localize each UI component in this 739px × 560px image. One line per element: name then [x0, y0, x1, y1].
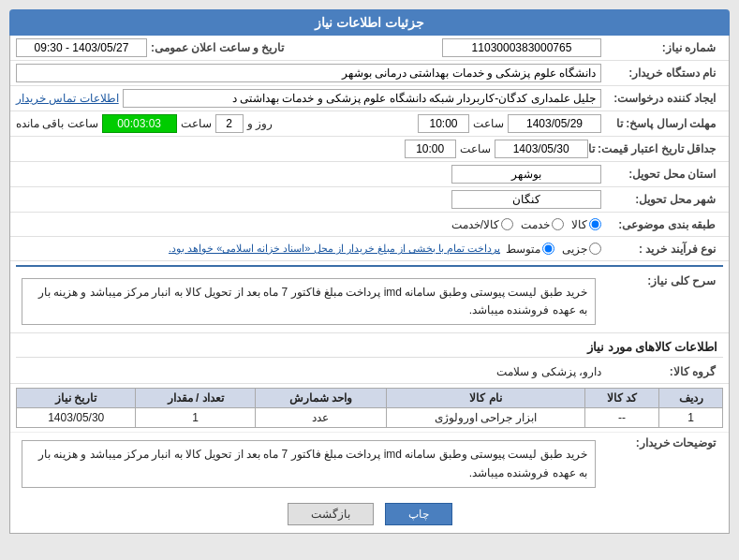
creator-input [123, 89, 601, 108]
back-button[interactable]: بازگشت [288, 503, 374, 525]
price-time-input[interactable] [405, 140, 456, 158]
need-number-input[interactable] [442, 38, 601, 57]
table-row: 1--ابزار جراحی اورولوژیعدد11403/05/30 [17, 408, 723, 428]
need-desc-label: سرح کلی نیاز: [601, 274, 723, 287]
date-label: تاریخ و ساعت اعلان عمومی: [151, 41, 291, 54]
price-date-input[interactable] [495, 140, 588, 158]
need-number-label: شماره نیاز: [601, 41, 723, 54]
city-label: شهر محل تحویل: [601, 193, 723, 206]
buyer-label: نام دستگاه خریدار: [601, 66, 723, 80]
category-label: طبقه بندی موضوعی: [601, 218, 723, 231]
need-desc-box: خرید طبق لیست پیوستی وطبق سامانه imd پرد… [22, 278, 596, 325]
col-row: ردیف [659, 389, 723, 408]
col-qty: تعداد / مقدار [136, 389, 255, 408]
purchase-jozi-option[interactable]: جزیی [562, 243, 601, 256]
print-button[interactable]: چاپ [385, 503, 452, 525]
contact-link[interactable]: اطلاعات تماس خریدار [16, 92, 119, 105]
province-input[interactable] [451, 165, 601, 184]
goods-category-label: گروه کالا: [601, 365, 723, 378]
col-name: نام کالا [386, 389, 584, 408]
purchase-note: پرداخت تمام با بخشی از مبلغ خریدار از مح… [169, 243, 500, 255]
category-khedmat-option[interactable]: خدمت [521, 218, 564, 231]
page-title: جزئیات اطلاعات نیاز [9, 9, 730, 36]
reply-label: مهلت ارسال پاسخ: تا [601, 117, 723, 130]
col-code: کد کالا [584, 389, 658, 408]
date-input[interactable] [16, 38, 147, 57]
buyer-desc-label: توضیحات خریدار: [601, 436, 723, 449]
col-date: تاریخ نیاز [17, 389, 136, 408]
category-kala-khedmat-option[interactable]: کالا/خدمت [451, 218, 513, 231]
timer-remaining-label: ساعت باقی مانده [16, 117, 98, 130]
buyer-input[interactable] [16, 64, 601, 82]
purchase-mtvast-option[interactable]: متوسط [506, 243, 554, 256]
col-unit: واحد شمارش [255, 389, 386, 408]
goods-category-value: دارو، پزشکی و سلامت [496, 365, 601, 378]
category-kala-option[interactable]: کالا [571, 218, 601, 231]
city-input[interactable] [451, 190, 601, 209]
province-label: استان محل تحویل: [601, 168, 723, 181]
timer-label-right: ساعت [181, 117, 212, 130]
creator-label: ایجاد کننده درخواست: [601, 92, 723, 105]
reply-time-input[interactable] [418, 114, 469, 133]
reply-date-input[interactable] [508, 114, 601, 133]
buyer-desc-box: خرید طبق لیست پیوستی وطبق سامانه imd پرد… [22, 440, 596, 487]
goods-table: ردیف کد کالا نام کالا واحد شمارش تعداد /… [16, 388, 723, 428]
price-label: جداقل تاریخ اعتبار قیمت: تا [588, 142, 723, 155]
price-time-label: ساعت [460, 142, 491, 155]
days-label: روز و [247, 117, 273, 130]
goods-info-title: اطلاعات کالاهای مورد نیاز [16, 337, 723, 358]
reply-time-label: ساعت [473, 117, 504, 130]
purchase-type-label: نوع فرآیند خرید : [601, 243, 723, 256]
days-input [215, 114, 244, 133]
timer-input [102, 114, 177, 133]
